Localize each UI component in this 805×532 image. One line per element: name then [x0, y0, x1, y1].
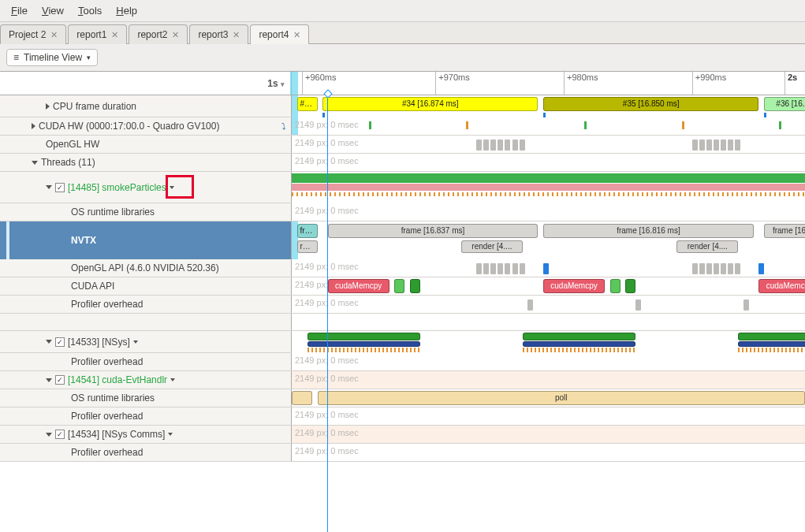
row-nsys-comms[interactable]: [14534] [NSys Comms] — [0, 426, 292, 443]
row-cuda-api[interactable]: CUDA API — [0, 277, 292, 295]
pin-icon[interactable]: ⤵ — [281, 121, 286, 131]
close-icon[interactable]: ✕ — [111, 30, 118, 40]
row-profiler-overhead[interactable]: Profiler overhead — [0, 353, 292, 370]
ruler-tick: +970ms — [435, 72, 469, 95]
row-smokeparticles[interactable]: [14485] smokeParticles — [0, 172, 292, 203]
menu-tools[interactable]: Tools — [78, 5, 102, 17]
row-evt-handlr[interactable]: [14541] cuda-EvtHandlr — [0, 371, 292, 389]
checkbox[interactable] — [55, 375, 65, 385]
chevron-down-icon: ▾ — [87, 54, 91, 61]
collapse-icon[interactable] — [32, 161, 38, 165]
menubar: File View Tools Help — [0, 0, 805, 22]
checkbox[interactable] — [55, 430, 65, 439]
nvtx-block[interactable]: frame [16.816 ms] — [543, 224, 754, 238]
tabbar: Project 2✕ report1✕ report2✕ report3✕ re… — [0, 22, 805, 44]
collapse-icon[interactable] — [46, 340, 52, 344]
cudaapi-block[interactable]: cudaMemcpy — [543, 279, 605, 293]
hamburger-icon: ≡ — [13, 52, 19, 63]
measure-text: 2149 px; 0 msec — [295, 120, 359, 129]
timeline-content: 1s ▾ +960ms +970ms +980ms +990ms 2s CPU … — [0, 71, 805, 532]
toolbar: ≡ Timeline View ▾ — [0, 44, 805, 71]
poll-block[interactable]: poll — [318, 391, 805, 405]
row-profiler-overhead[interactable]: Profiler overhead — [0, 407, 292, 425]
nvtx-block[interactable]: render [4.... — [676, 240, 738, 253]
close-icon[interactable]: ✕ — [293, 30, 300, 40]
collapse-icon[interactable] — [46, 185, 52, 189]
ruler-left-label: 1s ▾ — [0, 72, 292, 95]
row-nsys[interactable]: [14533] [NSys] — [0, 331, 292, 352]
menu-caret-icon[interactable] — [170, 378, 175, 381]
close-icon[interactable]: ✕ — [50, 30, 58, 40]
tab-project2[interactable]: Project 2✕ — [0, 24, 66, 44]
tab-report4[interactable]: report4✕ — [250, 24, 309, 44]
menu-file[interactable]: File — [11, 5, 28, 17]
nvtx-block[interactable]: frame [16.52 — [764, 224, 805, 238]
row-cpu-frame[interactable]: CPU frame duration — [0, 95, 292, 117]
tab-report2[interactable]: report2✕ — [129, 24, 188, 44]
row-cuda-hw[interactable]: CUDA HW (0000:17:00.0 - Quadro GV100) ⤵ — [0, 117, 292, 135]
row-os-runtime[interactable]: OS runtime libraries — [0, 389, 292, 407]
close-icon[interactable]: ✕ — [172, 30, 179, 40]
tab-report1[interactable]: report1✕ — [68, 24, 127, 44]
nvtx-block[interactable]: fra... — [297, 224, 318, 238]
collapse-icon[interactable] — [46, 433, 52, 437]
menu-view[interactable]: View — [42, 5, 64, 17]
row-threads[interactable]: Threads (11) — [0, 154, 292, 171]
row-os-runtime[interactable]: OS runtime libraries — [0, 203, 292, 221]
close-icon[interactable]: ✕ — [233, 30, 240, 40]
row-profiler-overhead[interactable]: Profiler overhead — [0, 296, 292, 313]
frame-block[interactable]: #34 [16.874 ms] — [322, 97, 538, 111]
checkbox[interactable] — [55, 183, 65, 192]
expand-icon[interactable] — [32, 123, 35, 129]
highlight-box — [166, 175, 194, 199]
nvtx-block[interactable]: render [4.... — [461, 240, 523, 253]
ruler-tick: 2s — [785, 72, 797, 95]
frame-block[interactable]: #3... — [297, 97, 318, 111]
menu-caret-icon[interactable] — [168, 433, 173, 436]
row-opengl-hw[interactable]: OpenGL HW — [0, 136, 292, 153]
collapse-icon[interactable] — [46, 378, 52, 382]
ruler-tick: +990ms — [692, 72, 726, 95]
checkbox[interactable] — [55, 337, 65, 347]
tab-report3[interactable]: report3✕ — [189, 24, 248, 44]
measure-text: 2149 px; 0 msec — [295, 138, 359, 147]
row-opengl-api[interactable]: OpenGL API (4.6.0 NVIDIA 520.36) — [0, 259, 292, 277]
view-selector[interactable]: ≡ Timeline View ▾ — [6, 49, 98, 66]
ruler-tick: +960ms — [302, 72, 336, 95]
row-nvtx[interactable]: NVTX — [0, 221, 292, 259]
frame-block[interactable]: #35 [16.850 ms] — [543, 97, 758, 111]
ruler-tick: +980ms — [564, 72, 598, 95]
time-ruler[interactable]: 1s ▾ +960ms +970ms +980ms +990ms 2s — [0, 72, 805, 95]
row-profiler-overhead[interactable]: Profiler overhead — [0, 444, 292, 461]
menu-caret-icon[interactable] — [133, 340, 138, 344]
nvtx-block[interactable]: frame [16.837 ms] — [328, 224, 539, 238]
cudaapi-block[interactable]: cudaMemcpy — [328, 279, 389, 293]
menu-help[interactable]: Help — [116, 5, 137, 17]
cudaapi-block[interactable]: cudaMemcpy — [758, 279, 805, 293]
nvtx-block[interactable]: ren... — [297, 240, 318, 253]
frame-block[interactable]: #36 [16.56 — [764, 97, 805, 111]
expand-icon[interactable] — [46, 103, 50, 110]
